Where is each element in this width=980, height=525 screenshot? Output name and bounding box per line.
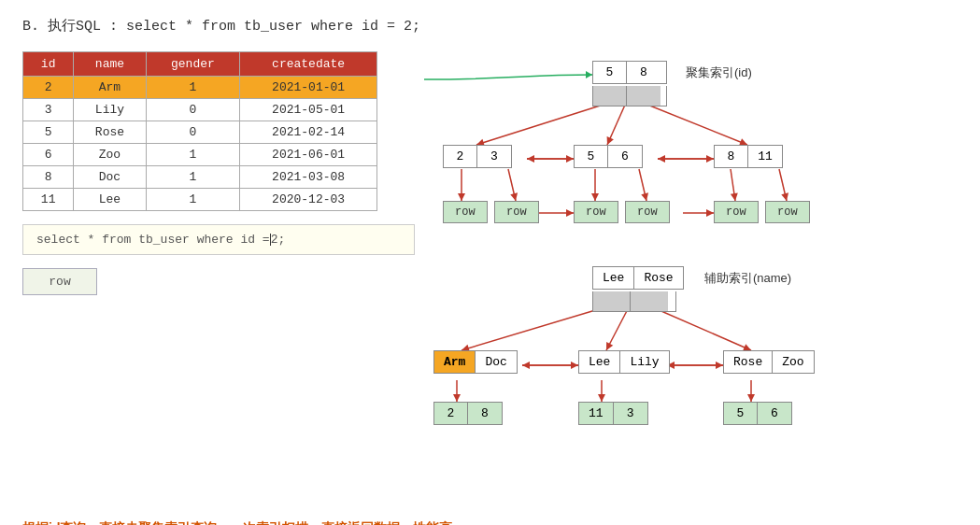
clustered-leaf-4: row	[714, 201, 759, 223]
row-result-label: row	[49, 275, 70, 289]
sl2-0: 5	[724, 403, 758, 424]
table-row: 11Lee12020-12-03	[23, 189, 377, 211]
svg-marker-48	[598, 394, 605, 402]
sl1-0: 11	[579, 403, 614, 424]
svg-line-33	[606, 305, 630, 350]
svg-marker-3	[607, 136, 614, 145]
title-prefix: B. 执行SQL :	[22, 19, 126, 35]
svg-marker-42	[716, 362, 723, 369]
sl2-1: 6	[758, 403, 791, 424]
secondary-mid-0: Arm Doc	[433, 350, 518, 374]
col-name: name	[74, 52, 146, 77]
clustered-leaf-5: row	[765, 201, 810, 223]
secondary-root-ptr-1	[631, 291, 668, 311]
cm1-0: 5	[575, 146, 608, 167]
clustered-root-cell-1: 8	[627, 62, 660, 83]
sl1-1: 3	[614, 403, 647, 424]
sm0-1: Doc	[476, 351, 516, 373]
row-result-box: row	[22, 268, 97, 295]
svg-marker-21	[641, 192, 648, 201]
svg-marker-46	[453, 394, 461, 402]
clustered-mid-1: 5 6	[574, 145, 643, 168]
query-suffix: ;	[277, 233, 285, 247]
clustered-leaf-1: row	[494, 201, 539, 223]
secondary-label: 辅助索引(name)	[704, 270, 791, 287]
secondary-root: Lee Rose	[592, 266, 684, 290]
col-id: id	[23, 52, 74, 77]
svg-marker-7	[566, 155, 574, 163]
secondary-root-cell-0: Lee	[593, 267, 634, 289]
svg-line-2	[607, 103, 626, 145]
clustered-root-ptr-0	[593, 86, 627, 106]
table-row: 8Doc12021-03-08	[23, 166, 377, 189]
clustered-root: 5 8	[592, 61, 667, 84]
clustered-root-cell-0: 5	[593, 62, 627, 83]
clustered-leaf-0: row	[443, 201, 488, 223]
svg-line-20	[639, 169, 646, 201]
secondary-leaf-0: 2 8	[433, 402, 503, 425]
col-createdate: createdate	[240, 52, 377, 77]
svg-marker-9	[527, 155, 534, 163]
secondary-root-cell-1: Rose	[634, 267, 682, 289]
clustered-mid-0: 2 3	[443, 145, 512, 168]
clustered-root-pointers	[592, 86, 667, 106]
svg-marker-25	[781, 192, 788, 201]
svg-marker-27	[566, 209, 574, 217]
svg-marker-38	[571, 362, 578, 369]
secondary-mid-1: Lee Lily	[578, 350, 670, 374]
clustered-label: 聚集索引(id)	[686, 64, 752, 81]
col-gender: gender	[146, 52, 240, 77]
table-row: 3Lily02021-05-01	[23, 99, 377, 121]
svg-marker-29	[706, 209, 714, 217]
right-panel: 5 8 聚集索引(id) 2 3 5 6 8 11 row row row ro…	[433, 51, 958, 500]
sl0-0: 2	[434, 403, 468, 424]
svg-line-24	[779, 169, 787, 201]
sm2-1: Zoo	[773, 351, 813, 373]
title-sql: select * from tb_user where id = 2;	[126, 19, 420, 35]
svg-line-4	[643, 103, 747, 145]
sm1-1: Lily	[620, 351, 668, 373]
sm0-0: Arm	[434, 351, 476, 373]
sl0-1: 8	[468, 403, 502, 424]
query-text: select * from tb_user where id =	[36, 233, 270, 247]
svg-marker-19	[591, 193, 599, 201]
data-table: id name gender createdate 2Arm12021-01-0…	[22, 51, 377, 211]
secondary-root-ptr-0	[593, 291, 631, 311]
svg-marker-17	[510, 192, 518, 201]
svg-line-31	[462, 305, 611, 350]
svg-marker-50	[747, 394, 755, 402]
title-line: B. 执行SQL : select * from tb_user where i…	[22, 17, 958, 35]
svg-marker-13	[658, 155, 665, 163]
secondary-root-pointers	[592, 291, 676, 312]
query-box: select * from tb_user where id =2;	[22, 224, 415, 255]
clustered-mid-2: 8 11	[714, 145, 783, 168]
cm2-1: 11	[748, 146, 782, 167]
secondary-mid-2: Rose Zoo	[723, 350, 815, 374]
svg-marker-30	[586, 71, 592, 78]
cm2-0: 8	[715, 146, 748, 167]
sm1-0: Lee	[579, 351, 620, 373]
svg-line-35	[648, 305, 751, 350]
clustered-root-ptr-1	[627, 86, 660, 106]
arrows-svg	[433, 51, 958, 500]
table-row: 6Zoo12021-06-01	[23, 144, 377, 166]
bottom-text: 根据id查询，直接走聚集索引查询，一次索引扫描，直接返回数据，性能高。	[22, 520, 958, 525]
left-panel: id name gender createdate 2Arm12021-01-0…	[22, 51, 424, 295]
svg-line-16	[508, 169, 516, 201]
cm0-0: 2	[444, 146, 477, 167]
main-content: id name gender createdate 2Arm12021-01-0…	[22, 51, 958, 500]
clustered-leaf-2: row	[574, 201, 618, 223]
svg-marker-11	[706, 155, 714, 163]
cm0-1: 3	[477, 146, 511, 167]
secondary-leaf-2: 5 6	[723, 402, 792, 425]
svg-marker-40	[522, 362, 530, 369]
clustered-leaf-3: row	[625, 201, 670, 223]
svg-line-22	[731, 169, 735, 201]
table-row: 2Arm12021-01-01	[23, 77, 377, 99]
secondary-leaf-1: 11 3	[578, 402, 648, 425]
svg-marker-34	[606, 342, 613, 350]
sm2-0: Rose	[724, 351, 773, 373]
cm1-1: 6	[608, 146, 642, 167]
svg-marker-15	[458, 193, 465, 201]
svg-line-0	[476, 103, 609, 145]
